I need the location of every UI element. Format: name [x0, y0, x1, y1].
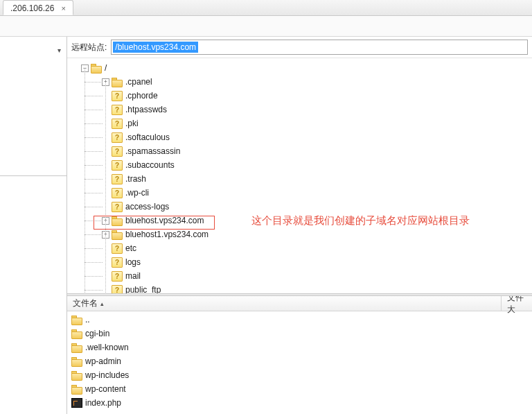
- remote-path-label: 远程站点:: [71, 42, 107, 53]
- list-item-label: .well-known: [85, 343, 129, 352]
- remote-pane: 远程站点: /bluehost.vps234.com − / + .cpanel…: [67, 37, 532, 414]
- folder-icon: [91, 64, 102, 73]
- tree-item-label: etc: [125, 243, 136, 253]
- folder-icon: [71, 385, 82, 394]
- tree-item[interactable]: access-logs: [71, 200, 529, 214]
- list-item[interactable]: index.php: [67, 396, 532, 410]
- remote-tree[interactable]: − / + .cpanel .cphorde .htpasswds .pki .…: [67, 58, 532, 293]
- list-item-label: wp-content: [85, 384, 126, 394]
- tree-item[interactable]: .spamassassin: [71, 144, 529, 158]
- tree-item[interactable]: + bluehost1.vps234.com: [71, 227, 529, 241]
- tree-item-label: access-logs: [125, 202, 169, 212]
- tree-item[interactable]: .softaculous: [71, 130, 529, 144]
- remote-path-value: /bluehost.vps234.com: [113, 42, 198, 53]
- remote-path-combo[interactable]: /bluehost.vps234.com: [111, 40, 528, 55]
- tree-item[interactable]: public_ftp: [71, 283, 529, 293]
- tree-item[interactable]: .subaccounts: [71, 158, 529, 172]
- tree-item-label: .trash: [125, 174, 146, 184]
- close-icon[interactable]: ×: [60, 4, 66, 12]
- tree-item[interactable]: .trash: [71, 172, 529, 186]
- tree-item[interactable]: + .cpanel: [71, 75, 529, 89]
- column-filename[interactable]: 文件名 ▴: [67, 296, 502, 311]
- folder-icon: [71, 316, 82, 325]
- unknown-icon: [112, 119, 123, 128]
- unknown-icon: [112, 257, 123, 267]
- tree-item[interactable]: + bluehost.vps234.com: [71, 214, 529, 227]
- tree-item-label: mail: [125, 271, 141, 281]
- unknown-icon: [112, 160, 123, 170]
- tree-item-label: .subaccounts: [125, 160, 175, 170]
- tree-item-label: .cpanel: [125, 77, 152, 87]
- remote-file-list: 文件名 ▴ 文件大 .. cgi-bin .well-known wp-admi…: [67, 296, 532, 414]
- unknown-icon: [112, 243, 123, 253]
- chevron-down-icon[interactable]: ▾: [54, 45, 64, 55]
- list-item[interactable]: ..: [67, 313, 532, 327]
- unknown-icon: [112, 174, 123, 184]
- folder-icon: [71, 329, 82, 338]
- tab-label: .206.106.26: [10, 3, 54, 13]
- unknown-icon: [112, 285, 123, 293]
- list-body[interactable]: .. cgi-bin .well-known wp-admin wp-inclu…: [67, 311, 532, 414]
- list-item-label: wp-includes: [85, 370, 129, 380]
- unknown-icon: [112, 132, 123, 142]
- tree-item[interactable]: logs: [71, 255, 529, 269]
- column-filesize[interactable]: 文件大: [502, 296, 532, 311]
- tree-item-label: bluehost.vps234.com: [125, 216, 204, 225]
- tree-item[interactable]: .wp-cli: [71, 186, 529, 200]
- local-pane: ▾: [0, 37, 67, 414]
- tree-item-label: logs: [125, 257, 141, 267]
- list-item-label: wp-admin: [85, 356, 121, 366]
- tree-root[interactable]: − /: [71, 61, 529, 75]
- tree-item-label: .htpasswds: [125, 105, 167, 114]
- tree-item-label: public_ftp: [125, 285, 161, 293]
- list-item[interactable]: wp-includes: [67, 368, 532, 382]
- list-header: 文件名 ▴ 文件大: [67, 296, 532, 311]
- tree-item-label: bluehost1.vps234.com: [125, 230, 209, 239]
- tree-item-label: .cphorde: [125, 91, 158, 101]
- toolbar-area: [0, 16, 532, 37]
- folder-icon: [71, 357, 82, 366]
- list-item[interactable]: cgi-bin: [67, 327, 532, 340]
- connection-tab[interactable]: .206.106.26 ×: [3, 0, 73, 15]
- folder-icon: [71, 371, 82, 380]
- tree-item-label: .spamassassin: [125, 146, 180, 156]
- php-file-icon: [71, 398, 82, 408]
- tree-root-label: /: [105, 63, 107, 73]
- folder-icon: [71, 343, 82, 352]
- tree-item[interactable]: .cphorde: [71, 89, 529, 103]
- tree-item[interactable]: .pki: [71, 117, 529, 130]
- tree-item[interactable]: .htpasswds: [71, 103, 529, 117]
- folder-icon: [112, 216, 123, 225]
- unknown-icon: [112, 271, 123, 281]
- list-item[interactable]: .well-known: [67, 340, 532, 354]
- remote-path-row: 远程站点: /bluehost.vps234.com: [67, 37, 532, 58]
- tree-item-label: .pki: [125, 119, 139, 128]
- tree-item[interactable]: mail: [71, 269, 529, 283]
- list-item[interactable]: wp-content: [67, 382, 532, 396]
- unknown-icon: [112, 146, 123, 156]
- tree-item[interactable]: etc: [71, 241, 529, 255]
- unknown-icon: [112, 202, 123, 212]
- unknown-icon: [112, 105, 123, 114]
- list-item-label: index.php: [85, 398, 121, 408]
- folder-icon: [112, 230, 123, 239]
- unknown-icon: [112, 188, 123, 198]
- list-item[interactable]: wp-admin: [67, 354, 532, 368]
- tree-item-label: .wp-cli: [125, 188, 149, 198]
- sort-caret-icon: ▴: [100, 300, 104, 307]
- list-item-label: ..: [85, 315, 90, 325]
- unknown-icon: [112, 91, 123, 101]
- folder-icon: [112, 78, 123, 87]
- list-item-label: cgi-bin: [85, 329, 109, 338]
- tree-item-label: .softaculous: [125, 132, 170, 142]
- tab-bar: .206.106.26 ×: [0, 0, 532, 16]
